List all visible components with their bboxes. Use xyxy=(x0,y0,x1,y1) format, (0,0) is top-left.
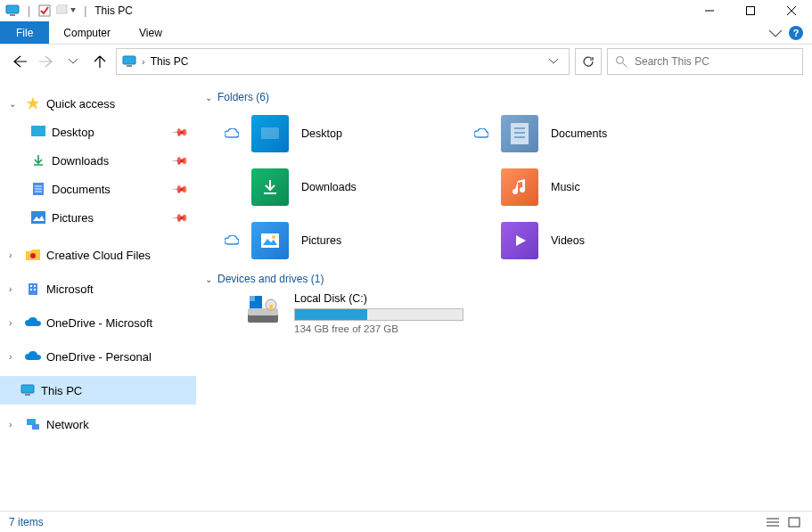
svg-rect-24 xyxy=(25,394,30,396)
chevron-right-icon[interactable]: › xyxy=(9,352,20,362)
folder-videos[interactable]: . Videos xyxy=(471,214,720,267)
svg-rect-25 xyxy=(27,419,36,425)
group-folders[interactable]: ⌄ Folders (6) xyxy=(205,91,803,103)
help-button[interactable]: ? xyxy=(789,26,803,40)
svg-rect-7 xyxy=(123,56,135,64)
folder-label: Desktop xyxy=(301,127,342,140)
pin-icon[interactable]: 📌 xyxy=(171,209,190,227)
view-large-icons-button[interactable] xyxy=(785,514,803,530)
svg-rect-43 xyxy=(789,518,800,527)
forward-button[interactable] xyxy=(36,51,57,72)
folders-grid: Desktop Documents . Downloads . xyxy=(205,107,803,267)
sidebar-item-label: Quick access xyxy=(46,97,115,110)
pin-icon[interactable]: 📌 xyxy=(171,123,190,142)
svg-rect-18 xyxy=(29,283,37,295)
desktop-folder-icon xyxy=(251,115,289,152)
sidebar-onedrive-personal[interactable]: › OneDrive - Personal xyxy=(0,342,196,371)
building-icon xyxy=(25,281,41,297)
sidebar-item-label: Desktop xyxy=(52,126,94,139)
drive-usage-bar xyxy=(294,308,463,321)
maximize-button[interactable] xyxy=(730,0,771,21)
up-button[interactable] xyxy=(89,51,111,72)
sidebar-item-pictures[interactable]: Pictures 📌 xyxy=(0,203,196,232)
download-icon xyxy=(30,152,46,168)
chevron-right-icon[interactable]: › xyxy=(9,250,20,260)
sidebar-network[interactable]: › Network xyxy=(0,410,196,438)
documents-folder-icon xyxy=(501,115,538,152)
chevron-right-icon[interactable]: › xyxy=(9,318,20,328)
svg-point-17 xyxy=(30,253,36,258)
group-label: Devices and drives (1) xyxy=(217,273,324,285)
chevron-down-icon[interactable]: ⌄ xyxy=(9,99,20,109)
svg-rect-39 xyxy=(269,305,273,310)
folder-label: Pictures xyxy=(301,234,341,247)
sidebar-microsoft[interactable]: › Microsoft xyxy=(0,274,196,303)
svg-point-33 xyxy=(272,235,275,239)
group-drives[interactable]: ⌄ Devices and drives (1) xyxy=(205,273,803,285)
minimize-button[interactable] xyxy=(689,0,730,21)
star-icon xyxy=(25,95,41,111)
this-pc-icon xyxy=(20,382,36,398)
tab-view[interactable]: View xyxy=(125,21,176,44)
sidebar-this-pc[interactable]: This PC xyxy=(0,376,196,405)
sidebar-item-documents[interactable]: Documents 📌 xyxy=(0,175,196,203)
pin-icon[interactable]: 📌 xyxy=(171,151,190,170)
content-pane[interactable]: ⌄ Folders (6) Desktop Documents xyxy=(196,78,812,511)
folder-icon xyxy=(25,247,41,263)
svg-rect-8 xyxy=(127,65,132,67)
tab-computer[interactable]: Computer xyxy=(49,21,125,44)
this-pc-icon xyxy=(5,4,20,17)
drive-free-text: 134 GB free of 237 GB xyxy=(294,323,469,334)
check-icon[interactable] xyxy=(38,4,51,17)
svg-rect-23 xyxy=(21,385,34,393)
chevron-down-icon[interactable]: ⌄ xyxy=(205,274,212,284)
sidebar-item-label: Microsoft xyxy=(46,282,94,296)
sidebar-item-label: Network xyxy=(46,418,89,431)
sidebar-item-downloads[interactable]: Downloads 📌 xyxy=(0,146,196,175)
address-bar[interactable]: › This PC xyxy=(116,48,570,75)
chevron-down-icon[interactable]: ⌄ xyxy=(205,93,212,102)
sidebar-quick-access[interactable]: ⌄ Quick access xyxy=(0,89,196,118)
drive-icon xyxy=(246,292,283,330)
folder-downloads[interactable]: . Downloads xyxy=(221,160,471,214)
drive-local-c[interactable]: Local Disk (C:) 134 GB free of 237 GB xyxy=(205,289,472,338)
folder-desktop[interactable]: Desktop xyxy=(221,107,471,160)
navigation-pane[interactable]: ⌄ Quick access Desktop 📌 Downloads 📌 Doc… xyxy=(0,78,196,511)
window-controls xyxy=(689,0,812,21)
chevron-right-icon[interactable]: › xyxy=(9,420,20,430)
status-item-count: 7 items xyxy=(9,516,44,528)
svg-rect-32 xyxy=(261,233,279,248)
folder-music[interactable]: . Music xyxy=(471,160,720,214)
cloud-sync-icon xyxy=(474,128,488,139)
view-details-button[interactable] xyxy=(764,514,782,530)
chevron-right-icon[interactable]: › xyxy=(9,284,20,294)
desktop-icon xyxy=(30,124,46,140)
separator: | xyxy=(28,4,30,17)
chevron-right-icon[interactable]: › xyxy=(142,56,145,67)
pin-icon[interactable]: 📌 xyxy=(171,180,190,199)
tab-file[interactable]: File xyxy=(0,21,49,44)
folder-pictures[interactable]: Pictures xyxy=(221,214,471,267)
refresh-button[interactable] xyxy=(575,48,602,75)
quick-access-toolbar: | | xyxy=(5,4,89,17)
svg-rect-37 xyxy=(250,296,255,301)
address-dropdown-button[interactable] xyxy=(544,58,563,65)
this-pc-icon xyxy=(122,55,136,68)
svg-rect-19 xyxy=(30,285,32,287)
svg-rect-21 xyxy=(30,289,32,291)
folder-documents[interactable]: Documents xyxy=(471,107,720,160)
svg-point-9 xyxy=(617,57,624,64)
folder-dropdown-icon[interactable] xyxy=(56,4,76,17)
folder-label: Downloads xyxy=(301,181,357,193)
close-button[interactable] xyxy=(771,0,812,21)
sidebar-item-desktop[interactable]: Desktop 📌 xyxy=(0,118,196,146)
back-button[interactable] xyxy=(9,51,30,72)
search-input[interactable] xyxy=(635,55,795,68)
svg-rect-1 xyxy=(10,14,15,16)
sidebar-creative-cloud[interactable]: › Creative Cloud Files xyxy=(0,241,196,269)
sidebar-onedrive-microsoft[interactable]: › OneDrive - Microsoft xyxy=(0,308,196,337)
search-box[interactable] xyxy=(607,48,803,75)
breadcrumb[interactable]: This PC xyxy=(151,55,189,68)
recent-dropdown-button[interactable] xyxy=(62,51,84,72)
ribbon-expand-icon[interactable] xyxy=(769,29,782,37)
